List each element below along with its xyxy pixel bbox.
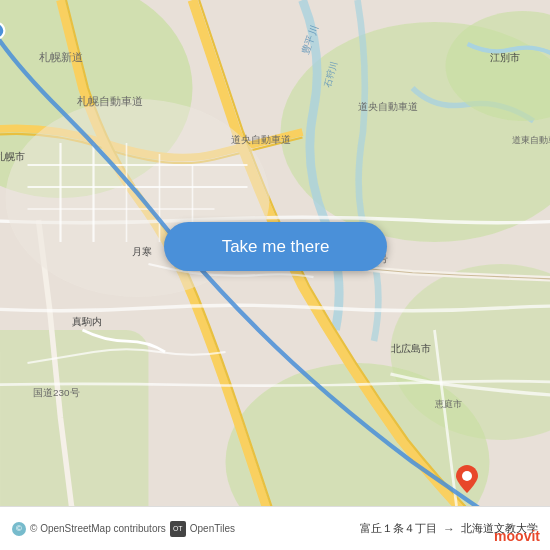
svg-text:道央自動車道: 道央自動車道 <box>358 101 418 112</box>
svg-text:恵庭市: 恵庭市 <box>433 399 461 409</box>
osm-icon: © <box>12 522 26 536</box>
take-me-there-button[interactable]: Take me there <box>164 222 387 271</box>
map-attribution: © © OpenStreetMap contributors OT OpenTi… <box>12 521 235 537</box>
svg-point-33 <box>462 471 472 481</box>
destination-pin <box>456 465 478 497</box>
map-container: 札幌新道 札幌自動車道 札幌市 月寒 真駒内 国道230号 国道274号 道央自… <box>0 0 550 550</box>
svg-text:江別市: 江別市 <box>489 52 519 63</box>
moovit-text: moovit <box>494 528 540 544</box>
svg-text:国道230号: 国道230号 <box>33 387 80 398</box>
svg-text:道東自動車道: 道東自動車道 <box>511 135 550 145</box>
bottom-bar: © © OpenStreetMap contributors OT OpenTi… <box>0 506 550 550</box>
moovit-logo: moovit <box>494 528 540 544</box>
opentiles-text: OpenTiles <box>190 523 235 534</box>
opentiles-logo: OT <box>170 521 186 537</box>
svg-text:北広島市: 北広島市 <box>391 343 431 354</box>
svg-text:札幌新道: 札幌新道 <box>38 50 82 62</box>
svg-text:札幌市: 札幌市 <box>0 151 25 162</box>
svg-text:札幌自動車道: 札幌自動車道 <box>77 95 143 107</box>
svg-text:月寒: 月寒 <box>132 246 152 257</box>
svg-text:真駒内: 真駒内 <box>72 316 102 327</box>
attribution-text: © OpenStreetMap contributors <box>30 523 166 534</box>
svg-text:道央自動車道: 道央自動車道 <box>231 134 291 145</box>
route-arrow-icon: → <box>443 522 455 536</box>
route-origin: 富丘１条４丁目 <box>360 521 437 536</box>
